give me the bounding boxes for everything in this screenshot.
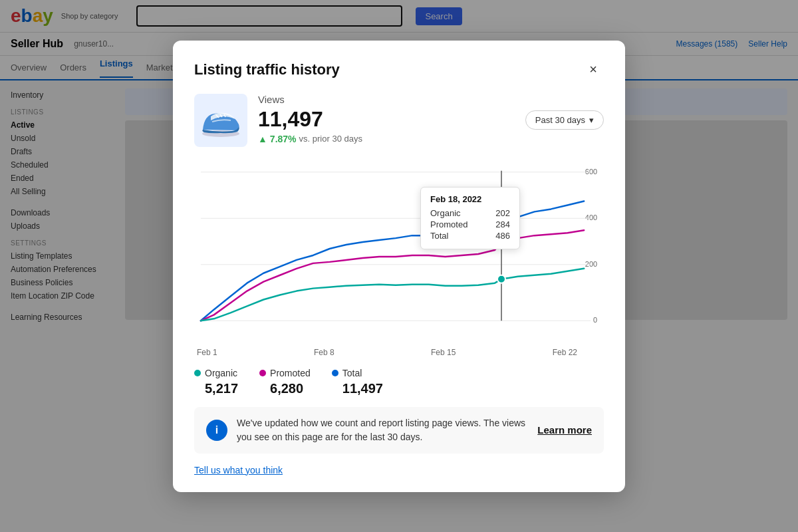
legend-promoted-dot	[259, 370, 266, 376]
change-percent: 7.87%	[270, 134, 297, 144]
info-icon: i	[206, 420, 227, 441]
views-count: 11,497	[258, 108, 515, 131]
x-label-feb15: Feb 15	[431, 348, 456, 357]
legend-organic-value: 5,217	[194, 381, 238, 396]
tooltip-label-promoted: Promoted	[430, 219, 467, 229]
feedback-link[interactable]: Tell us what you think	[194, 465, 283, 475]
modal-footer: Tell us what you think	[194, 464, 604, 476]
tooltip-value-organic: 202	[495, 208, 510, 218]
chart-container: 600 400 200 0	[194, 160, 604, 340]
legend-item-promoted: Promoted 6,280	[259, 368, 311, 396]
tooltip-row-total: Total 486	[430, 231, 510, 241]
legend-total-label: Total	[342, 368, 362, 378]
legend-organic-dot	[194, 370, 201, 376]
period-selector[interactable]: Past 30 days ▾	[525, 110, 604, 130]
traffic-chart: 600 400 200 0	[194, 160, 604, 340]
legend-total-dot	[332, 370, 338, 376]
legend-item-total: Total 11,497	[332, 368, 383, 396]
shoe-illustration	[198, 102, 244, 138]
chart-tooltip: Feb 18, 2022 Organic 202 Promoted 284 To…	[420, 187, 520, 249]
tooltip-label-total: Total	[430, 231, 448, 241]
chart-legend: Organic 5,217 Promoted 6,280 Total 11,49…	[194, 368, 604, 396]
learn-more-link[interactable]: Learn more	[537, 424, 592, 436]
period-button[interactable]: Past 30 days ▾	[525, 110, 604, 130]
period-label: Past 30 days	[535, 115, 585, 125]
modal-overlay[interactable]: Listing traffic history ×	[0, 0, 798, 532]
legend-total-value: 11,497	[332, 381, 383, 396]
svg-text:600: 600	[585, 167, 597, 175]
modal-title: Listing traffic history	[194, 61, 340, 78]
info-text: We've updated how we count and report li…	[237, 416, 528, 444]
tooltip-value-total: 486	[495, 231, 510, 241]
svg-text:0: 0	[593, 316, 597, 324]
x-axis-labels: Feb 1 Feb 8 Feb 15 Feb 22	[194, 348, 604, 357]
legend-promoted-label-row: Promoted	[259, 368, 311, 378]
modal-header: Listing traffic history ×	[194, 59, 604, 80]
info-box: i We've updated how we count and report …	[194, 407, 604, 454]
modal-dialog: Listing traffic history ×	[173, 41, 625, 492]
tooltip-row-promoted: Promoted 284	[430, 219, 510, 229]
legend-total-label-row: Total	[332, 368, 383, 378]
tooltip-label-organic: Organic	[430, 208, 461, 218]
legend-item-organic: Organic 5,217	[194, 368, 238, 396]
views-change: ▲ 7.87% vs. prior 30 days	[258, 134, 515, 144]
legend-organic-label-row: Organic	[194, 368, 238, 378]
svg-point-15	[497, 275, 505, 283]
tooltip-value-promoted: 284	[495, 219, 510, 229]
tooltip-date: Feb 18, 2022	[430, 194, 510, 204]
legend-promoted-value: 6,280	[259, 381, 311, 396]
legend-promoted-label: Promoted	[270, 368, 311, 378]
product-summary: Views 11,497 ▲ 7.87% vs. prior 30 days P…	[194, 94, 604, 147]
product-stats: Views 11,497 ▲ 7.87% vs. prior 30 days	[258, 94, 515, 144]
vs-text: vs. prior 30 days	[299, 134, 362, 144]
legend-organic-label: Organic	[205, 368, 237, 378]
tooltip-row-organic: Organic 202	[430, 208, 510, 218]
x-label-feb22: Feb 22	[553, 348, 577, 357]
x-label-feb1: Feb 1	[197, 348, 217, 357]
views-label: Views	[258, 94, 515, 105]
svg-text:200: 200	[585, 259, 597, 267]
close-button[interactable]: ×	[583, 59, 604, 80]
change-arrow: ▲	[258, 134, 267, 144]
period-chevron-icon: ▾	[589, 115, 594, 125]
product-image	[194, 94, 247, 147]
svg-text:400: 400	[585, 213, 597, 221]
x-label-feb8: Feb 8	[314, 348, 334, 357]
